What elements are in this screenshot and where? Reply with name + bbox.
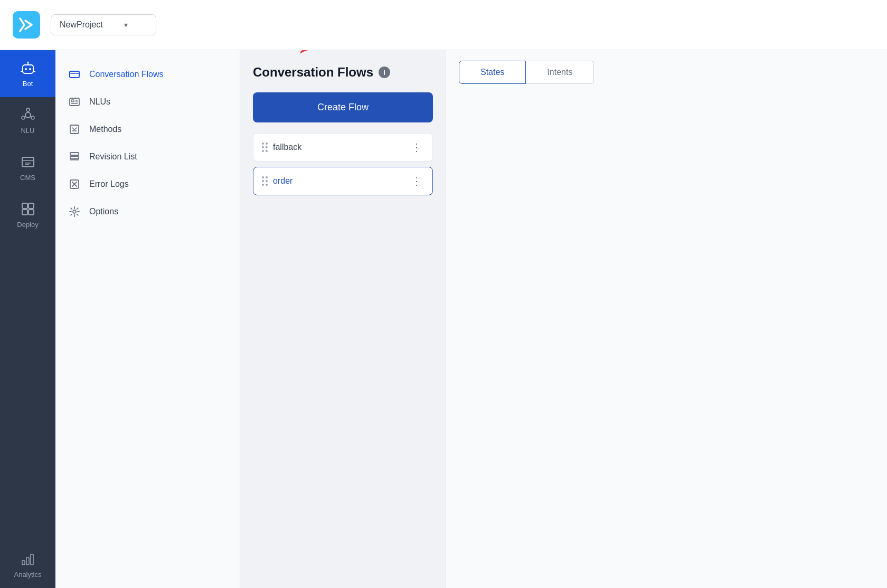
sidebar-item-bot[interactable]: Bot [0, 50, 55, 97]
project-dropdown[interactable]: NewProject ▾ [51, 14, 156, 35]
svg-rect-26 [70, 71, 79, 78]
create-flow-button[interactable]: Create Flow [253, 92, 433, 122]
methods-icon [68, 123, 81, 136]
cms-label: CMS [20, 174, 35, 182]
error-logs-icon [68, 178, 81, 191]
main-layout: Bot NLU [0, 50, 887, 588]
nav-item-error-logs-label: Error Logs [89, 179, 129, 189]
svg-rect-1 [23, 65, 33, 73]
icon-sidebar: Bot NLU [0, 50, 55, 588]
svg-rect-0 [13, 11, 40, 39]
svg-point-8 [25, 112, 31, 118]
analytics-label: Analytics [14, 571, 41, 578]
app-logo [13, 11, 40, 39]
deploy-label: Deploy [17, 221, 38, 229]
project-name: NewProject [60, 20, 103, 30]
svg-point-9 [26, 108, 30, 111]
svg-rect-24 [26, 557, 29, 565]
tabs-row: States Intents [459, 61, 874, 84]
chevron-down-icon: ▾ [124, 21, 128, 29]
nlu-label: NLU [21, 127, 34, 135]
bot-icon [20, 60, 36, 77]
flows-panel-title: Conversation Flows [253, 65, 373, 80]
drag-handle-icon-order[interactable] [262, 176, 268, 186]
svg-rect-36 [70, 156, 79, 159]
svg-rect-21 [22, 210, 27, 215]
bot-label: Bot [23, 80, 33, 88]
top-header: NewProject ▾ [0, 0, 887, 50]
svg-rect-19 [22, 203, 27, 208]
options-icon [68, 205, 81, 218]
analytics-icon [20, 551, 36, 567]
tab-intents[interactable]: Intents [526, 61, 594, 84]
nav-item-methods[interactable]: Methods [55, 116, 240, 143]
drag-handle-icon[interactable] [262, 143, 268, 152]
revision-list-icon [68, 150, 81, 163]
nlu-icon [20, 107, 36, 124]
nav-item-revision-list[interactable]: Revision List [55, 143, 240, 170]
nav-item-conversation-flows[interactable]: Conversation Flows [55, 61, 240, 88]
nav-item-options-label: Options [89, 207, 118, 216]
nav-item-methods-label: Methods [89, 125, 121, 134]
nlus-icon [68, 96, 81, 108]
sidebar-item-cms[interactable]: CMS [0, 144, 55, 191]
info-icon[interactable]: i [379, 67, 390, 78]
main-content: Conversation Flows i Create Flow [240, 50, 887, 588]
flow-item-order[interactable]: order ⋮ [253, 167, 433, 195]
svg-point-2 [25, 68, 27, 70]
nav-item-conversation-flows-label: Conversation Flows [89, 70, 164, 79]
flows-panel: Conversation Flows i Create Flow [240, 50, 446, 588]
svg-rect-20 [29, 203, 34, 208]
flow-more-button-fallback[interactable]: ⋮ [409, 142, 424, 153]
nav-item-revision-list-label: Revision List [89, 152, 137, 162]
deploy-icon [20, 201, 36, 217]
flows-panel-header: Conversation Flows i [253, 65, 433, 80]
svg-point-41 [73, 210, 76, 213]
flow-name-fallback: fallback [273, 143, 301, 152]
flow-item-fallback[interactable]: fallback ⋮ [253, 133, 433, 162]
nav-item-options[interactable]: Options [55, 198, 240, 225]
sidebar-item-nlu[interactable]: NLU [0, 97, 55, 144]
svg-point-5 [27, 62, 29, 63]
sidebar-item-analytics[interactable]: Analytics [0, 541, 55, 588]
svg-rect-23 [22, 561, 25, 565]
svg-point-11 [22, 116, 25, 119]
cms-icon [20, 154, 36, 170]
nav-sidebar: Conversation Flows NLUs [55, 50, 240, 588]
conversation-flows-icon [68, 68, 81, 81]
tab-states[interactable]: States [459, 61, 526, 84]
svg-rect-15 [22, 157, 34, 167]
svg-point-10 [31, 116, 34, 119]
nav-item-nlus[interactable]: NLUs [55, 88, 240, 116]
sidebar-item-deploy[interactable]: Deploy [0, 191, 55, 238]
flow-more-button-order[interactable]: ⋮ [409, 176, 424, 186]
nav-item-error-logs[interactable]: Error Logs [55, 170, 240, 198]
flow-item-left: fallback [262, 143, 301, 152]
svg-point-3 [29, 68, 31, 70]
right-panel: States Intents [446, 50, 887, 588]
svg-rect-29 [71, 100, 74, 102]
svg-rect-22 [29, 210, 34, 215]
flow-item-left-order: order [262, 176, 292, 186]
svg-rect-25 [31, 554, 33, 565]
svg-rect-35 [70, 153, 79, 155]
nav-item-nlus-label: NLUs [89, 97, 110, 107]
flow-name-order: order [273, 176, 292, 186]
